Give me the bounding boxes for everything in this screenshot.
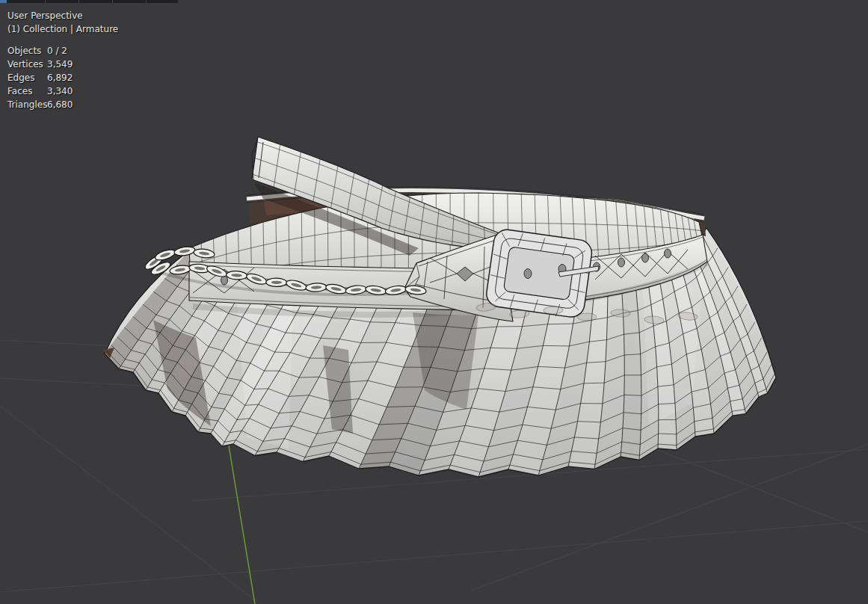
topbar-tab-separator bbox=[45, 0, 46, 3]
blender-3d-viewport[interactable]: User Perspective (1) Collection | Armatu… bbox=[0, 0, 868, 604]
belt-hole bbox=[665, 249, 671, 258]
topbar-active-tab-sliver[interactable] bbox=[0, 0, 7, 3]
grid-line bbox=[0, 521, 868, 592]
topbar-tab-separator bbox=[146, 0, 147, 3]
viewport-canvas[interactable] bbox=[0, 0, 868, 604]
belt-buckle[interactable] bbox=[484, 228, 599, 320]
grid-line bbox=[658, 450, 868, 532]
belt-hole bbox=[618, 258, 625, 267]
tongue-hole-in-opening bbox=[524, 269, 532, 279]
belt-hole bbox=[642, 253, 649, 262]
topbar-edge[interactable] bbox=[0, 0, 178, 3]
topbar-tab-separator bbox=[79, 0, 79, 3]
chain-link bbox=[154, 247, 176, 262]
ghost-link bbox=[577, 313, 597, 321]
grid-line bbox=[0, 378, 156, 386]
chain-link bbox=[266, 278, 287, 287]
skirt-belt-model[interactable] bbox=[103, 137, 776, 477]
belt-hole bbox=[221, 276, 228, 285]
topbar-tab-separator bbox=[112, 0, 113, 3]
